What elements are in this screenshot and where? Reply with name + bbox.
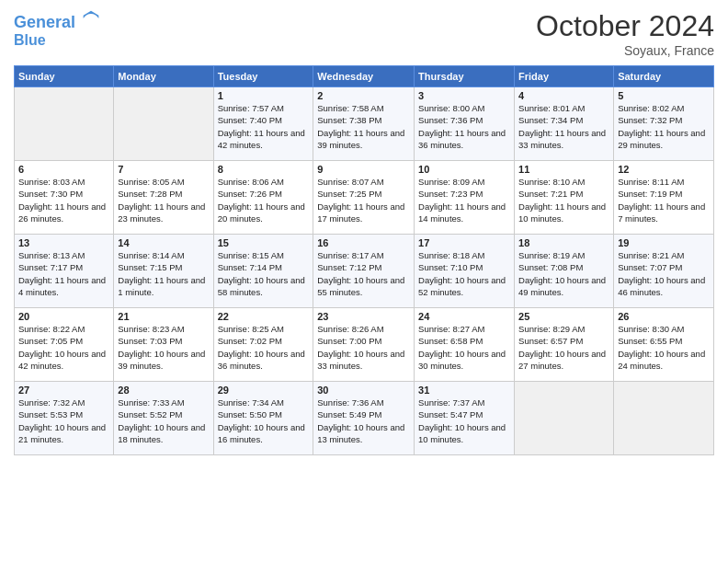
day-number: 4: [518, 90, 609, 101]
table-row: 16Sunrise: 8:17 AM Sunset: 7:12 PM Dayli…: [313, 235, 415, 308]
day-number: 29: [218, 385, 310, 396]
page-header: General Blue October 2024 Soyaux, France: [14, 9, 714, 58]
table-row: 23Sunrise: 8:26 AM Sunset: 7:00 PM Dayli…: [313, 308, 415, 382]
calendar-week-row: 13Sunrise: 8:13 AM Sunset: 7:17 PM Dayli…: [15, 235, 714, 308]
day-number: 27: [18, 385, 109, 396]
day-info: Sunrise: 8:00 AM Sunset: 7:36 PM Dayligh…: [418, 102, 510, 151]
table-row: 28Sunrise: 7:33 AM Sunset: 5:52 PM Dayli…: [114, 382, 213, 455]
day-info: Sunrise: 7:57 AM Sunset: 7:40 PM Dayligh…: [218, 102, 310, 151]
day-number: 17: [418, 237, 510, 248]
col-friday: Friday: [515, 66, 614, 87]
table-row: 9Sunrise: 8:07 AM Sunset: 7:25 PM Daylig…: [313, 161, 415, 235]
col-sunday: Sunday: [15, 66, 114, 87]
day-info: Sunrise: 8:15 AM Sunset: 7:14 PM Dayligh…: [218, 249, 310, 298]
table-row: 26Sunrise: 8:30 AM Sunset: 6:55 PM Dayli…: [614, 308, 714, 382]
calendar-week-row: 27Sunrise: 7:32 AM Sunset: 5:53 PM Dayli…: [15, 382, 714, 455]
day-info: Sunrise: 8:11 AM Sunset: 7:19 PM Dayligh…: [618, 176, 710, 224]
table-row: 27Sunrise: 7:32 AM Sunset: 5:53 PM Dayli…: [15, 382, 114, 455]
day-number: 14: [118, 237, 209, 248]
day-info: Sunrise: 8:05 AM Sunset: 7:28 PM Dayligh…: [118, 176, 209, 224]
logo-text: General: [14, 9, 100, 32]
table-row: 12Sunrise: 8:11 AM Sunset: 7:19 PM Dayli…: [614, 161, 714, 235]
day-info: Sunrise: 8:07 AM Sunset: 7:25 PM Dayligh…: [317, 176, 410, 224]
day-number: 20: [18, 311, 109, 322]
day-number: 22: [218, 311, 310, 322]
table-row: [515, 382, 614, 455]
day-info: Sunrise: 8:27 AM Sunset: 6:58 PM Dayligh…: [418, 323, 510, 372]
day-info: Sunrise: 8:02 AM Sunset: 7:32 PM Dayligh…: [618, 102, 710, 151]
day-info: Sunrise: 8:13 AM Sunset: 7:17 PM Dayligh…: [18, 249, 109, 298]
table-row: 5Sunrise: 8:02 AM Sunset: 7:32 PM Daylig…: [614, 87, 714, 161]
day-info: Sunrise: 8:14 AM Sunset: 7:15 PM Dayligh…: [118, 249, 209, 298]
day-number: 10: [418, 164, 510, 175]
day-info: Sunrise: 8:03 AM Sunset: 7:30 PM Dayligh…: [18, 176, 109, 224]
day-number: 26: [618, 311, 710, 322]
table-row: 25Sunrise: 8:29 AM Sunset: 6:57 PM Dayli…: [515, 308, 614, 382]
day-number: 25: [518, 311, 609, 322]
calendar-week-row: 6Sunrise: 8:03 AM Sunset: 7:30 PM Daylig…: [15, 161, 714, 235]
day-number: 7: [118, 164, 209, 175]
table-row: [15, 87, 114, 161]
day-info: Sunrise: 7:33 AM Sunset: 5:52 PM Dayligh…: [118, 396, 209, 445]
day-number: 18: [518, 237, 609, 248]
day-number: 12: [618, 164, 710, 175]
table-row: 15Sunrise: 8:15 AM Sunset: 7:14 PM Dayli…: [213, 235, 313, 308]
day-info: Sunrise: 8:19 AM Sunset: 7:08 PM Dayligh…: [518, 249, 609, 298]
day-info: Sunrise: 8:22 AM Sunset: 7:05 PM Dayligh…: [18, 323, 109, 372]
table-row: 19Sunrise: 8:21 AM Sunset: 7:07 PM Dayli…: [614, 235, 714, 308]
table-row: 13Sunrise: 8:13 AM Sunset: 7:17 PM Dayli…: [15, 235, 114, 308]
table-row: 4Sunrise: 8:01 AM Sunset: 7:34 PM Daylig…: [515, 87, 614, 161]
table-row: [614, 382, 714, 455]
table-row: 17Sunrise: 8:18 AM Sunset: 7:10 PM Dayli…: [415, 235, 515, 308]
table-row: 14Sunrise: 8:14 AM Sunset: 7:15 PM Dayli…: [114, 235, 213, 308]
table-row: 24Sunrise: 8:27 AM Sunset: 6:58 PM Dayli…: [415, 308, 515, 382]
day-number: 23: [317, 311, 410, 322]
day-info: Sunrise: 8:29 AM Sunset: 6:57 PM Dayligh…: [518, 323, 609, 372]
day-info: Sunrise: 7:34 AM Sunset: 5:50 PM Dayligh…: [218, 396, 310, 445]
table-row: 2Sunrise: 7:58 AM Sunset: 7:38 PM Daylig…: [313, 87, 415, 161]
day-info: Sunrise: 7:58 AM Sunset: 7:38 PM Dayligh…: [317, 102, 410, 151]
calendar-header-row: Sunday Monday Tuesday Wednesday Thursday…: [15, 66, 714, 87]
day-number: 16: [317, 237, 410, 248]
calendar-week-row: 20Sunrise: 8:22 AM Sunset: 7:05 PM Dayli…: [15, 308, 714, 382]
day-number: 6: [18, 164, 109, 175]
table-row: 20Sunrise: 8:22 AM Sunset: 7:05 PM Dayli…: [15, 308, 114, 382]
table-row: 29Sunrise: 7:34 AM Sunset: 5:50 PM Dayli…: [213, 382, 313, 455]
table-row: 7Sunrise: 8:05 AM Sunset: 7:28 PM Daylig…: [114, 161, 213, 235]
table-row: 3Sunrise: 8:00 AM Sunset: 7:36 PM Daylig…: [415, 87, 515, 161]
table-row: 22Sunrise: 8:25 AM Sunset: 7:02 PM Dayli…: [213, 308, 313, 382]
day-info: Sunrise: 8:10 AM Sunset: 7:21 PM Dayligh…: [518, 176, 609, 224]
calendar-week-row: 1Sunrise: 7:57 AM Sunset: 7:40 PM Daylig…: [15, 87, 714, 161]
page-container: General Blue October 2024 Soyaux, France…: [0, 0, 728, 465]
day-info: Sunrise: 8:17 AM Sunset: 7:12 PM Dayligh…: [317, 249, 410, 298]
day-info: Sunrise: 8:09 AM Sunset: 7:23 PM Dayligh…: [418, 176, 510, 224]
table-row: 1Sunrise: 7:57 AM Sunset: 7:40 PM Daylig…: [213, 87, 313, 161]
table-row: 10Sunrise: 8:09 AM Sunset: 7:23 PM Dayli…: [415, 161, 515, 235]
table-row: 21Sunrise: 8:23 AM Sunset: 7:03 PM Dayli…: [114, 308, 213, 382]
day-info: Sunrise: 8:18 AM Sunset: 7:10 PM Dayligh…: [418, 249, 510, 298]
day-number: 24: [418, 311, 510, 322]
day-number: 13: [18, 237, 109, 248]
table-row: 30Sunrise: 7:36 AM Sunset: 5:49 PM Dayli…: [313, 382, 415, 455]
calendar-body: 1Sunrise: 7:57 AM Sunset: 7:40 PM Daylig…: [15, 87, 714, 455]
day-number: 11: [518, 164, 609, 175]
table-row: 31Sunrise: 7:37 AM Sunset: 5:47 PM Dayli…: [415, 382, 515, 455]
title-block: October 2024 Soyaux, France: [536, 9, 714, 58]
day-number: 3: [418, 90, 510, 101]
day-number: 21: [118, 311, 209, 322]
table-row: 8Sunrise: 8:06 AM Sunset: 7:26 PM Daylig…: [213, 161, 313, 235]
location-subtitle: Soyaux, France: [536, 43, 714, 58]
day-number: 28: [118, 385, 209, 396]
day-info: Sunrise: 8:23 AM Sunset: 7:03 PM Dayligh…: [118, 323, 209, 372]
day-info: Sunrise: 8:30 AM Sunset: 6:55 PM Dayligh…: [618, 323, 710, 372]
day-number: 31: [418, 385, 510, 396]
day-info: Sunrise: 7:36 AM Sunset: 5:49 PM Dayligh…: [317, 396, 410, 445]
calendar-table: Sunday Monday Tuesday Wednesday Thursday…: [14, 65, 714, 455]
table-row: [114, 87, 213, 161]
day-number: 15: [218, 237, 310, 248]
day-number: 5: [618, 90, 710, 101]
logo-text-blue: Blue: [14, 32, 100, 49]
col-monday: Monday: [114, 66, 213, 87]
day-number: 19: [618, 237, 710, 248]
day-number: 8: [218, 164, 310, 175]
